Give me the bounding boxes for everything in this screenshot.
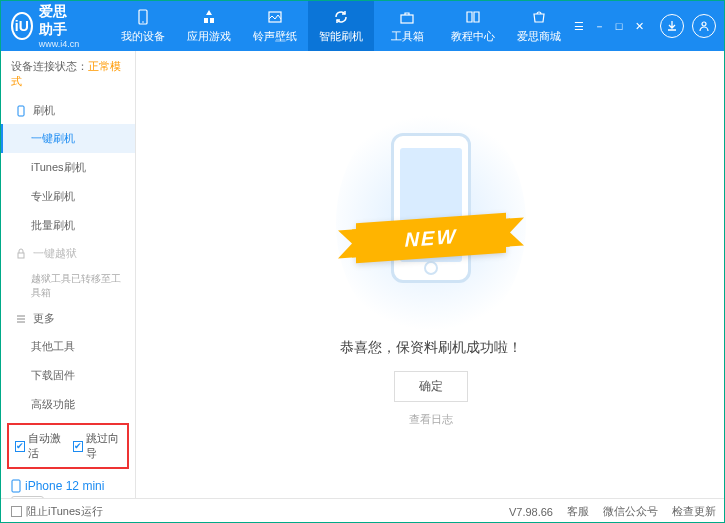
footer-update[interactable]: 检查更新 <box>672 504 716 519</box>
sidebar-item-download[interactable]: 下载固件 <box>1 361 135 390</box>
sidebar-item-itunes[interactable]: iTunes刷机 <box>1 153 135 182</box>
wallpaper-icon <box>266 8 284 26</box>
section-label: 刷机 <box>33 103 55 118</box>
brand-name: 爱思助手 <box>39 3 80 39</box>
window-controls: ☰ － □ ✕ <box>572 19 646 33</box>
top-nav: 我的设备 应用游戏 铃声壁纸 智能刷机 工具箱 教程中心 爱思商城 <box>110 1 572 51</box>
svg-point-4 <box>702 22 706 26</box>
titlebar: iU 爱思助手 www.i4.cn 我的设备 应用游戏 铃声壁纸 智能刷机 工具… <box>1 1 725 51</box>
checkbox-label: 跳过向导 <box>86 431 121 461</box>
sidebar: 设备连接状态：正常模式 刷机 一键刷机 iTunes刷机 专业刷机 批量刷机 一… <box>1 51 136 498</box>
nav-apps[interactable]: 应用游戏 <box>176 1 242 51</box>
nav-label: 工具箱 <box>391 29 424 44</box>
sidebar-section-more[interactable]: 更多 <box>1 305 135 332</box>
nav-label: 铃声壁纸 <box>253 29 297 44</box>
sidebar-item-oneclick[interactable]: 一键刷机 <box>1 124 135 153</box>
phone-icon <box>11 479 21 493</box>
sidebar-section-jailbreak: 一键越狱 <box>1 240 135 267</box>
toolbox-icon <box>398 8 416 26</box>
nav-ringtone[interactable]: 铃声壁纸 <box>242 1 308 51</box>
minimize-icon[interactable]: － <box>592 19 606 33</box>
phone-graphic <box>391 133 471 283</box>
logo-icon: iU <box>11 12 33 40</box>
nav-flash[interactable]: 智能刷机 <box>308 1 374 51</box>
apps-icon <box>200 8 218 26</box>
nav-label: 应用游戏 <box>187 29 231 44</box>
version-label: V7.98.66 <box>509 506 553 518</box>
jailbreak-note: 越狱工具已转移至工具箱 <box>1 267 135 305</box>
refresh-icon <box>332 8 350 26</box>
ok-button[interactable]: 确定 <box>394 371 468 402</box>
main-content: NEW 恭喜您，保资料刷机成功啦！ 确定 查看日志 <box>136 51 725 498</box>
download-button[interactable] <box>660 14 684 38</box>
checkbox-label: 自动激活 <box>28 431 63 461</box>
checkbox-icon <box>11 506 22 517</box>
section-label: 一键越狱 <box>33 246 77 261</box>
nav-shop[interactable]: 爱思商城 <box>506 1 572 51</box>
sidebar-item-advanced[interactable]: 高级功能 <box>1 390 135 419</box>
check-icon: ✔ <box>73 441 83 452</box>
book-icon <box>464 8 482 26</box>
checkbox-block-itunes[interactable]: 阻止iTunes运行 <box>11 504 103 519</box>
nav-toolbox[interactable]: 工具箱 <box>374 1 440 51</box>
nav-label: 我的设备 <box>121 29 165 44</box>
nav-label: 智能刷机 <box>319 29 363 44</box>
success-illustration: NEW <box>356 123 506 323</box>
checkbox-skip-guide[interactable]: ✔跳过向导 <box>73 431 121 461</box>
device-info[interactable]: iPhone 12 mini 64GB Down-12mini-13,1 <box>1 473 135 498</box>
footer: 阻止iTunes运行 V7.98.66 客服 微信公众号 检查更新 <box>1 498 725 523</box>
list-icon <box>15 313 27 325</box>
user-button[interactable] <box>692 14 716 38</box>
footer-wechat[interactable]: 微信公众号 <box>603 504 658 519</box>
sidebar-item-pro[interactable]: 专业刷机 <box>1 182 135 211</box>
nav-my-device[interactable]: 我的设备 <box>110 1 176 51</box>
svg-rect-3 <box>401 15 413 23</box>
phone-icon <box>15 105 27 117</box>
svg-rect-6 <box>18 253 24 258</box>
sidebar-item-batch[interactable]: 批量刷机 <box>1 211 135 240</box>
section-label: 更多 <box>33 311 55 326</box>
device-name: iPhone 12 mini <box>25 479 104 493</box>
shop-icon <box>530 8 548 26</box>
checkbox-auto-activate[interactable]: ✔自动激活 <box>15 431 63 461</box>
check-icon: ✔ <box>15 441 25 452</box>
nav-tutorial[interactable]: 教程中心 <box>440 1 506 51</box>
brand-url: www.i4.cn <box>39 39 80 49</box>
lock-icon <box>15 248 27 260</box>
svg-rect-7 <box>12 480 20 492</box>
close-icon[interactable]: ✕ <box>632 19 646 33</box>
checkbox-label: 阻止iTunes运行 <box>26 504 103 519</box>
menu-icon[interactable]: ☰ <box>572 19 586 33</box>
svg-point-1 <box>142 21 144 23</box>
footer-service[interactable]: 客服 <box>567 504 589 519</box>
nav-label: 教程中心 <box>451 29 495 44</box>
sidebar-section-flash[interactable]: 刷机 <box>1 97 135 124</box>
device-icon <box>134 8 152 26</box>
view-log-link[interactable]: 查看日志 <box>409 412 453 427</box>
svg-rect-5 <box>18 106 24 116</box>
maximize-icon[interactable]: □ <box>612 19 626 33</box>
options-highlight: ✔自动激活 ✔跳过向导 <box>7 423 129 469</box>
nav-label: 爱思商城 <box>517 29 561 44</box>
sidebar-item-other[interactable]: 其他工具 <box>1 332 135 361</box>
connection-status: 设备连接状态：正常模式 <box>1 51 135 97</box>
